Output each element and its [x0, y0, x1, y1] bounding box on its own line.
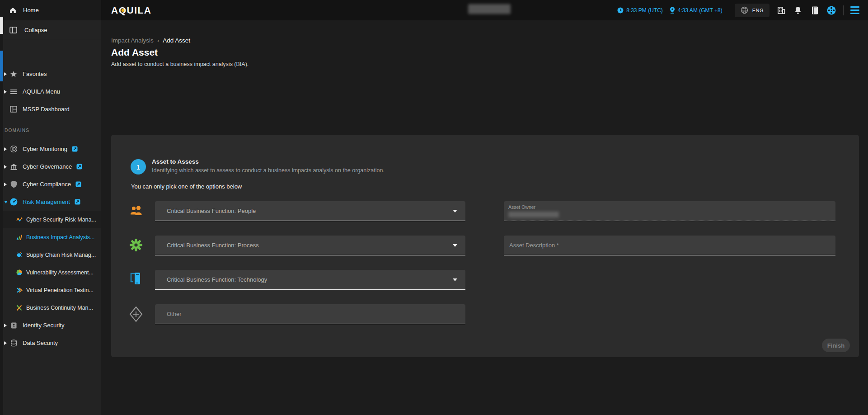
chevron-right-icon [4, 165, 7, 169]
chevron-down-icon [4, 201, 8, 203]
cbf-people-select[interactable]: Critical Business Function: People [155, 201, 465, 221]
supply-chain-icon [16, 252, 23, 258]
topbar-right-cluster: 8:33 PM (UTC) 4:33 AM (GMT +8) ENG [617, 4, 868, 17]
home-label: Home [23, 7, 39, 14]
open-external-icon[interactable] [75, 199, 80, 205]
pentest-chevron-icon [16, 287, 23, 293]
utc-time: 8:33 PM (UTC) [617, 7, 663, 14]
sidebar-scrollbar-thumb[interactable] [0, 17, 3, 34]
cbf-technology-select-value: Critical Business Function: Technology [167, 276, 453, 283]
main-content: Impact Analysis › Add Asset Add Asset Ad… [101, 20, 868, 415]
sidebar-scrollbar-track [0, 17, 3, 415]
open-external-icon[interactable] [75, 181, 81, 187]
notifications-button[interactable] [793, 5, 803, 15]
clock-icon [617, 7, 624, 14]
app-window: Home AQUILA 8:33 PM (UTC) 4:33 AM (GMT +… [0, 0, 868, 415]
sidebar-collapse-button[interactable]: Collapse [0, 20, 101, 40]
impact-bars-icon [16, 234, 23, 241]
sidebar-item-cyber-security-risk-management[interactable]: Cyber Security Risk Mana... [0, 211, 101, 228]
step-title: Asset to Assess [152, 158, 199, 165]
dashboard-grid-icon [10, 106, 17, 113]
identity-badge-icon [10, 322, 17, 329]
collapse-panel-icon [9, 27, 17, 33]
menu-icon [850, 6, 859, 8]
chevron-right-icon [4, 341, 7, 345]
sidebar: Collapse Favorites AQUILA Menu MSSP Dash… [0, 20, 101, 415]
logo-text: AQUILA [111, 5, 152, 15]
options-instruction: You can only pick one of the options bel… [131, 183, 242, 190]
cbf-technology-select[interactable]: Critical Business Function: Technology [155, 270, 465, 290]
local-time: 4:33 AM (GMT +8) [670, 7, 723, 14]
asset-description-field [504, 236, 835, 255]
risk-scatter-icon [16, 217, 23, 223]
technology-icon [128, 272, 144, 286]
documentation-button[interactable] [810, 5, 820, 15]
star-icon [10, 71, 17, 78]
open-external-icon[interactable] [76, 164, 82, 170]
page-title: Add Asset [111, 47, 158, 58]
language-selector[interactable]: ENG [735, 4, 769, 17]
sidebar-item-cyber-monitoring[interactable]: Cyber Monitoring [0, 140, 101, 158]
diamond-plus-icon [128, 306, 144, 322]
breadcrumb-add-asset: Add Asset [163, 37, 190, 44]
sidebar-item-favorites[interactable]: Favorites [0, 65, 101, 83]
topbar-divider [843, 5, 844, 15]
main-menu-button[interactable] [850, 6, 859, 14]
chevron-right-icon [4, 183, 7, 186]
sidebar-item-mssp-dashboard[interactable]: MSSP Dashboard [0, 100, 101, 118]
sidebar-item-vulnerability-assessment[interactable]: Vulnerability Assessment... [0, 264, 101, 281]
sidebar-item-virtual-penetration-testing[interactable]: Virtual Penetration Testin... [0, 281, 101, 299]
sidebar-item-cyber-governance[interactable]: Cyber Governance [0, 158, 101, 175]
asset-owner-label: Asset Owner [508, 204, 831, 210]
dropdown-caret-icon [453, 244, 457, 249]
cbf-process-select-value: Critical Business Function: Process [167, 242, 453, 249]
redacted-tenant-name [468, 4, 511, 14]
local-time-label: 4:33 AM (GMT +8) [678, 7, 723, 14]
redacted-asset-owner-value [508, 212, 559, 217]
sidebar-item-home[interactable]: Home [0, 0, 101, 20]
bell-icon [794, 6, 802, 15]
shield-icon [10, 180, 17, 188]
bank-icon [10, 163, 18, 170]
aquila-logo[interactable]: AQUILA [111, 5, 152, 16]
page-subtitle: Add asset to conduct a business impact a… [111, 61, 249, 67]
building-icon [777, 6, 786, 15]
asset-owner-field[interactable]: Asset Owner [504, 201, 835, 221]
chevron-right-icon [4, 72, 7, 76]
language-label: ENG [752, 8, 764, 13]
sidebar-item-data-security[interactable]: Data Security [0, 334, 101, 352]
chevron-right-icon [4, 147, 7, 151]
cbf-process-select[interactable]: Critical Business Function: Process [155, 236, 465, 255]
utc-time-label: 8:33 PM (UTC) [626, 7, 663, 14]
asset-description-input[interactable] [504, 236, 835, 255]
top-bar: Home AQUILA 8:33 PM (UTC) 4:33 AM (GMT +… [0, 0, 868, 20]
sidebar-item-cyber-compliance[interactable]: Cyber Compliance [0, 175, 101, 193]
sidebar-accent-indicator [0, 51, 3, 81]
sidebar-item-business-impact-analysis[interactable]: Business Impact Analysis... [0, 228, 101, 246]
book-icon [811, 6, 819, 15]
sidebar-item-business-continuity-management[interactable]: Business Continuity Man... [0, 299, 101, 316]
location-pin-icon [670, 7, 675, 14]
organization-button[interactable] [776, 5, 786, 15]
radar-icon [10, 145, 18, 153]
other-asset-input[interactable] [155, 304, 465, 324]
people-icon [128, 205, 144, 217]
logo-q-dot [122, 9, 124, 12]
risk-gauge-icon [10, 198, 18, 206]
support-button[interactable] [826, 5, 836, 15]
continuity-x-icon [16, 305, 23, 311]
breadcrumb-impact-analysis[interactable]: Impact Analysis [111, 37, 154, 44]
sidebar-item-supply-chain-risk-management[interactable]: Supply Chain Risk Manag... [0, 246, 101, 264]
dropdown-caret-icon [453, 278, 457, 283]
sidebar-item-aquila-menu[interactable]: AQUILA Menu [0, 83, 101, 100]
domains-section-label: DOMAINS [5, 128, 101, 133]
gear-icon [128, 238, 144, 252]
finish-button[interactable]: Finish [822, 339, 850, 352]
sidebar-menu: Favorites AQUILA Menu MSSP Dashboard DOM… [0, 61, 101, 352]
sidebar-item-identity-security[interactable]: Identity Security [0, 316, 101, 334]
globe-icon [741, 6, 748, 14]
database-icon [10, 340, 17, 347]
open-external-icon[interactable] [72, 146, 78, 152]
breadcrumb-separator: › [157, 37, 160, 44]
sidebar-item-risk-management[interactable]: Risk Management [0, 193, 101, 211]
